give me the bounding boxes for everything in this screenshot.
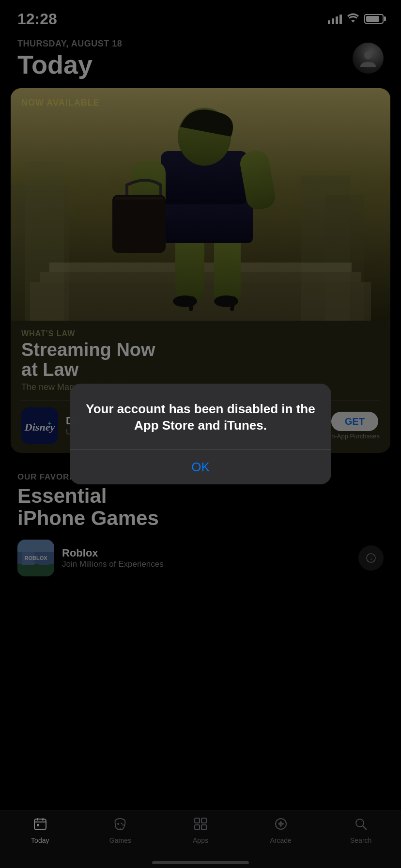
alert-ok-button[interactable]: OK bbox=[70, 450, 331, 484]
alert-dialog: Your account has been disabled in the Ap… bbox=[70, 384, 331, 484]
alert-message: Your account has been disabled in the Ap… bbox=[84, 401, 317, 434]
alert-content: Your account has been disabled in the Ap… bbox=[70, 384, 331, 450]
alert-overlay: Your account has been disabled in the Ap… bbox=[0, 0, 401, 868]
